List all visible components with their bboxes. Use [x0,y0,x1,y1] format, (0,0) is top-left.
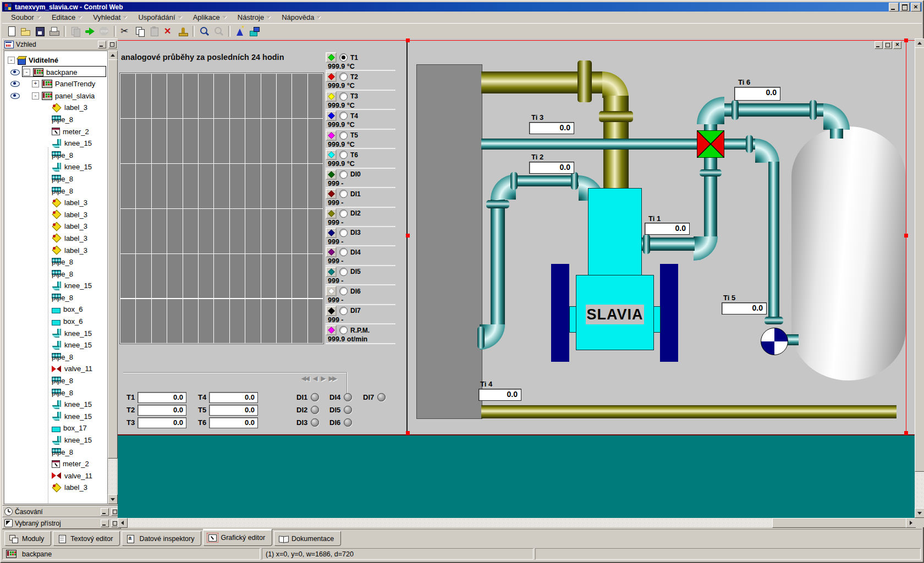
temp-value-box[interactable]: 0.0 [209,392,258,403]
tree-item[interactable]: knee_15 [4,434,107,446]
pipe-elbow[interactable] [755,139,779,163]
tree-item[interactable]: box_6 [4,315,107,327]
trend-last-button[interactable]: ▶▶ [329,375,336,382]
editor-tab[interactable]: Textový editor [53,531,120,546]
tree-item[interactable]: valve_11 [4,362,107,374]
tree-scrollbar-thumb[interactable] [108,59,118,459]
menu-item[interactable]: Nástroje [233,12,275,23]
series-radio[interactable] [339,326,348,334]
child-close-button[interactable]: ✕ [893,41,901,49]
series-color-swatch[interactable] [326,267,337,277]
child-minimize-button[interactable] [875,41,883,49]
menu-item[interactable]: Uspořádání [134,12,186,23]
pipe[interactable] [481,139,697,150]
temp-value-box[interactable]: 0.0 [138,405,186,416]
series-color-swatch[interactable] [326,189,337,199]
panel-minimize-button[interactable] [98,41,106,48]
series-color-swatch[interactable] [326,228,337,238]
panel-minimize-button[interactable] [101,508,109,516]
tree-item[interactable]: pipe_8 [4,268,107,280]
series-radio[interactable] [339,190,348,198]
tree-item[interactable]: + PanelTrendy [4,78,107,90]
menu-item[interactable]: Aplikace [189,12,231,23]
tree-item[interactable]: label_3 [4,208,107,220]
minimize-button[interactable] [889,3,899,12]
trend-first-button[interactable]: ◀◀ [301,375,309,382]
series-radio[interactable] [339,53,348,62]
temp-value-box[interactable]: 0.0 [138,392,186,403]
wall-block[interactable] [416,64,482,419]
tree-item[interactable]: label_3 [4,244,107,256]
trend-prev-button[interactable]: ◀ [313,375,316,382]
toolbar-button[interactable] [162,25,175,38]
panel-maximize-button[interactable] [108,41,117,48]
tree-item[interactable]: pipe_8 [4,173,107,185]
tree-item[interactable]: valve_11 [4,470,107,482]
tree-item[interactable]: label_3 [4,196,107,208]
tree-scrollbar[interactable] [108,51,117,504]
menu-item[interactable]: Editace [47,12,86,23]
series-color-swatch[interactable] [326,306,337,316]
toolbar-button[interactable] [176,25,190,38]
selection-handle[interactable] [904,38,908,42]
editor-tab[interactable]: Dokumentace [274,531,341,546]
tree-item[interactable]: - panel_slavia [4,90,107,102]
backpane-teal-area[interactable] [118,434,915,518]
eye-icon[interactable] [10,69,20,75]
selection-handle[interactable] [406,234,410,238]
indicator-value-box[interactable]: 0.0 [479,389,521,401]
tree-item[interactable]: knee_15 [4,279,107,291]
toolbar-button[interactable] [248,25,261,38]
tree-item[interactable]: label_3 [4,101,107,113]
series-radio[interactable] [339,92,348,101]
tree-item[interactable]: pipe_8 [4,374,107,387]
tree-item[interactable]: pipe_8 [4,446,107,458]
tree-item[interactable]: knee_15 [4,161,107,173]
child-restore-button[interactable] [884,41,892,49]
series-radio[interactable] [339,307,348,315]
vertical-scrollbar-thumb[interactable] [915,47,924,472]
tree-item[interactable]: pipe_8 [4,149,107,161]
pipe[interactable] [481,405,897,418]
editor-tab[interactable]: Moduly [4,531,51,546]
pipe[interactable] [491,199,505,325]
tree-item[interactable]: meter_2 [4,125,107,137]
editor-tab[interactable]: Grafický editor [203,529,272,546]
timing-panel-bar[interactable]: Časování [2,506,121,517]
tree-item[interactable]: - backpane [4,66,107,78]
temp-value-box[interactable]: 0.0 [138,417,186,428]
series-radio[interactable] [339,151,348,159]
tree-item[interactable]: pipe_8 [4,185,107,197]
series-color-swatch[interactable] [326,286,337,296]
toolbar-button[interactable] [147,25,161,38]
series-radio[interactable] [339,248,348,256]
temp-value-box[interactable]: 0.0 [209,417,258,428]
expand-toggle[interactable]: - [32,92,39,100]
series-color-swatch[interactable] [326,325,337,335]
panel-minimize-button[interactable] [101,520,109,527]
tree-item[interactable]: pipe_8 [4,291,107,303]
tree-item[interactable]: knee_15 [4,410,107,422]
menu-item[interactable]: Nápověda [277,12,325,23]
toolbar-button[interactable] [47,25,61,38]
selection-handle[interactable] [904,234,908,238]
tree-item[interactable]: knee_15 [4,339,107,351]
editor-vertical-scrollbar[interactable] [915,38,924,518]
eye-icon[interactable] [10,93,20,99]
editor-horizontal-scrollbar[interactable] [118,518,915,527]
toolbar-button[interactable] [4,25,18,38]
tree-item[interactable]: label_3 [4,232,107,244]
selection-handle[interactable] [406,38,410,42]
pipe[interactable] [724,103,823,117]
toolbar-button[interactable] [33,25,47,38]
series-radio[interactable] [339,268,348,276]
series-radio[interactable] [339,73,348,81]
tree-item[interactable]: knee_15 [4,398,107,410]
tree-item[interactable]: box_6 [4,303,107,315]
series-radio[interactable] [339,229,348,237]
pipe-elbow[interactable] [823,103,850,130]
toolbar-button[interactable] [233,25,247,38]
series-color-swatch[interactable] [326,52,337,63]
appearance-panel-titlebar[interactable]: Vzhled [3,39,118,50]
machine-support[interactable] [551,264,569,362]
